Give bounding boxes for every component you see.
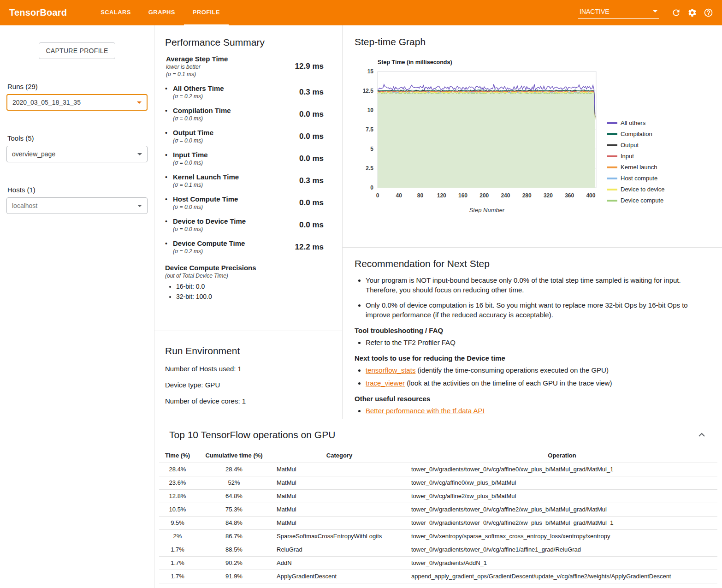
precisions-title: Device Compute Precisions [165,264,324,272]
cumulative-cell: 75.3% [196,503,272,516]
runs-dropdown[interactable]: 2020_03_05_18_31_35 [6,94,148,111]
chevron-down-icon [653,10,657,12]
svg-text:10: 10 [367,107,374,113]
metric-sigma: (σ = 0.0 ms) [173,160,208,166]
metric-label: Device to Device Time [173,217,246,225]
capture-profile-button[interactable]: CAPTURE PROFILE [39,42,115,59]
table-row: 2%86.7%SparseSoftmaxCrossEntropyWithLogi… [159,529,717,543]
time-cell: 10.5% [159,503,196,516]
table-header-row: Time (%)Cumulative time (%)CategoryOpera… [159,448,717,463]
tab-profile[interactable]: PROFILE [184,0,229,25]
env-line: Number of Hosts used: 1 [165,365,331,373]
metric-label: All Others Time [173,84,224,92]
performance-summary: Performance Summary Average Step Time lo… [154,25,342,331]
legend-item: Device to device [607,186,664,193]
metric-row: •Device Compute Time(σ = 0.2 ms)12.2 ms [165,239,324,255]
legend-item: Output [607,142,664,148]
step-time-graph-section: Step-time Graph 02.557.51012.51504080120… [343,25,722,248]
table-row: 1.7%91.9%ApplyGradientDescentappend_appl… [159,570,717,583]
column-header: Time (%) [159,448,196,463]
precisions-list: 16-bit: 0.032-bit: 100.0 [165,283,324,300]
legend-label: Compilation [621,131,652,137]
svg-text:200: 200 [479,192,489,199]
legend-label: Device to device [621,186,664,193]
link-item: trace_viewer (look at the activities on … [366,378,705,388]
refresh-icon[interactable] [670,7,681,18]
status-dropdown[interactable]: INACTIVE [578,7,659,19]
metric-label: Device Compute Time [173,239,245,247]
step-time-chart: 02.557.51012.515040801201602002402803203… [349,58,604,213]
category-cell: SparseSoftmaxCrossEntropyWithLogits [272,529,407,543]
legend-swatch [607,178,617,179]
bullet: • [165,129,173,144]
svg-text:160: 160 [458,192,468,199]
step-time-graph-title: Step-time Graph [355,36,717,48]
hosts-label: Hosts (1) [7,186,147,194]
runs-dropdown-value: 2020_03_05_18_31_35 [12,99,81,106]
metric-sigma: (σ = 0.0 ms) [173,137,213,144]
cumulative-cell: 52% [196,476,272,489]
top-ops-table: Time (%)Cumulative time (%)CategoryOpera… [159,448,717,583]
tab-scalars[interactable]: SCALARS [92,0,140,25]
table-row: 9.5%84.8%MatMultower_0/v/gradients/tower… [159,516,717,529]
metric-sigma: (σ = 0.0 ms) [173,115,231,122]
category-cell: ApplyGradientDescent [272,570,407,583]
legend-swatch [607,155,617,157]
status-dropdown-value: INACTIVE [580,8,610,15]
time-cell: 1.7% [159,556,196,570]
link[interactable]: tensorflow_stats [366,366,415,374]
time-cell: 2% [159,529,196,543]
metric-row: •Input Time(σ = 0.0 ms)0.0 ms [165,151,324,166]
recommendation-title: Recommendation for Next Step [355,258,705,269]
tool-links-list: tensorflow_stats (identify the time-cons… [355,365,705,388]
metric-sigma: (σ = 0.1 ms) [166,71,228,77]
link-item: Better performance with the tf.data API [366,406,705,416]
bullet: • [165,217,173,232]
legend-label: Output [621,142,639,148]
tools-dropdown[interactable]: overview_page [6,146,148,162]
column-header: Category [272,448,407,463]
svg-text:320: 320 [544,192,553,199]
metric-label: Kernel Launch Time [173,173,239,181]
hosts-dropdown[interactable]: localhost [6,197,148,214]
svg-text:240: 240 [501,192,510,199]
category-cell: ReluGrad [272,543,407,556]
time-cell: 9.5% [159,516,196,529]
next-tools-heading: Next tools to use for reducing the Devic… [355,354,705,362]
faq-item: Refer to the TF2 Profiler FAQ [366,338,705,347]
settings-gear-icon[interactable] [686,7,698,18]
collapse-chevron-up-icon[interactable] [698,432,705,438]
metric-row: •Output Time(σ = 0.0 ms)0.0 ms [165,129,324,144]
legend-swatch [607,189,617,190]
metric-row: •Device to Device Time(σ = 0.0 ms)0.0 ms [165,217,324,232]
precisions-note: (out of Total Device Time) [165,273,324,279]
link[interactable]: Better performance with the tf.data API [366,407,485,415]
run-environment-title: Run Environment [165,345,331,356]
runs-label: Runs (29) [7,83,147,90]
table-row: 10.5%75.3%MatMultower_0/v/gradients/towe… [159,503,717,516]
category-cell: MatMul [272,503,407,516]
metric-value: 0.0 ms [299,198,324,208]
tab-graphs[interactable]: GRAPHS [140,0,184,25]
topbar-tabs: SCALARSGRAPHSPROFILE [92,0,229,25]
column-header: Cumulative time (%) [196,448,272,463]
link-item: tensorflow_stats (identify the time-cons… [366,365,705,375]
right-column: Step-time Graph 02.557.51012.51504080120… [343,25,722,419]
env-line: Device type: GPU [165,381,331,389]
app-title: TensorBoard [9,7,67,18]
topbar-right: INACTIVE [578,7,714,19]
link[interactable]: trace_viewer [366,379,405,387]
metric-row: •Kernel Launch Time(σ = 0.1 ms)0.3 ms [165,173,324,188]
run-environment-lines: Number of Hosts used: 1Device type: GPUN… [165,365,331,405]
faq-heading: Tool troubleshooting / FAQ [355,327,705,334]
legend-swatch [607,144,617,146]
bullet: • [165,195,173,210]
precision-item: 32-bit: 100.0 [176,293,324,300]
metric-label: Host Compute Time [173,195,238,203]
metric-sigma: (σ = 0.2 ms) [173,93,224,100]
resources-heading: Other useful resources [355,395,705,403]
legend-item: Input [607,153,664,160]
cumulative-cell: 91.9% [196,570,272,583]
recommendation-section: Recommendation for Next Step Your progra… [343,248,722,418]
help-icon[interactable] [703,7,714,18]
